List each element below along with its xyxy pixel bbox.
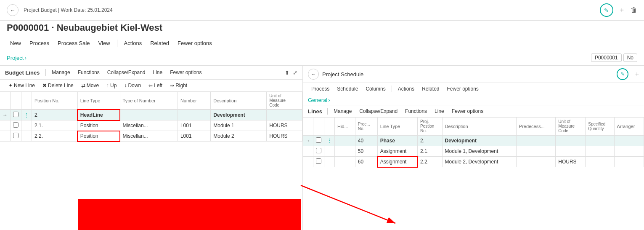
panel-icons: ⬆ ⤢: [285, 70, 297, 76]
left-panel: Budget Lines Manage Functions Collapse/E…: [0, 66, 303, 230]
proc-no: 50: [355, 146, 377, 157]
right-process-btn[interactable]: Process: [308, 85, 333, 93]
spec-qty: [586, 135, 614, 146]
schedule-edit-icon[interactable]: ✎: [617, 68, 628, 80]
export-icon[interactable]: ⬆: [285, 70, 289, 76]
down-button[interactable]: ↓ Down: [121, 81, 144, 90]
project-link[interactable]: Project ›: [7, 55, 27, 61]
rt-functions-btn[interactable]: Functions: [402, 107, 430, 115]
nav-fewer-options[interactable]: Fewer options: [174, 38, 215, 48]
move-button[interactable]: ⇄ Move: [78, 81, 102, 90]
table-row[interactable]: 60 Assignment 2.2. Module 2, Development…: [303, 157, 644, 167]
new-line-button[interactable]: ✦ New Line: [5, 81, 38, 90]
proj-pos-no: 2.2.: [418, 157, 442, 167]
project-chevron: ›: [24, 55, 26, 61]
row-checkbox[interactable]: [313, 146, 324, 157]
fewer-options-btn[interactable]: Fewer options: [167, 68, 205, 77]
rt-line-btn[interactable]: Line: [431, 107, 448, 115]
left-button[interactable]: ⇐ Left: [145, 81, 166, 90]
col-line-type-header: Line Type: [377, 118, 417, 135]
line-btn[interactable]: Line: [149, 68, 166, 77]
right-schedule-btn[interactable]: Schedule: [334, 85, 361, 93]
table-row[interactable]: → ⋮ 40 Phase 2. Development: [303, 135, 644, 146]
table-row[interactable]: 50 Assignment 2.1. Module 1, Development: [303, 146, 644, 157]
arranger: [614, 146, 644, 157]
right-icon: ⇒: [170, 83, 174, 88]
table-row[interactable]: 2.1. Position Miscellan... L001 Module 1…: [0, 120, 302, 131]
right-columns-btn[interactable]: Columns: [362, 85, 389, 93]
proc-no: 60: [355, 157, 377, 167]
nav-process[interactable]: Process: [26, 38, 53, 48]
col-proc-no-header: Proc...No.: [355, 118, 377, 135]
row-checkbox[interactable]: [11, 110, 21, 120]
delete-icon[interactable]: 🗑: [631, 6, 637, 14]
move-icon: ⇄: [81, 83, 85, 88]
col-type-number-header: Type of Number: [120, 92, 178, 110]
add-icon[interactable]: +: [620, 6, 624, 14]
right-related-btn[interactable]: Related: [419, 85, 443, 93]
up-button[interactable]: ↑ Up: [103, 81, 120, 90]
schedule-back-button[interactable]: ←: [308, 69, 319, 80]
number: [178, 110, 210, 120]
delete-line-button[interactable]: ✖ Delete Line: [39, 81, 77, 90]
spec-qty: [586, 157, 614, 167]
down-icon: ↓: [124, 83, 127, 88]
line-type: Assignment: [377, 157, 417, 167]
col-arrow-header: [0, 92, 11, 110]
row-checkbox[interactable]: [313, 157, 324, 167]
proc-no: 40: [355, 135, 377, 146]
row-arrow: →: [303, 135, 313, 146]
header: ← Project Budget | Work Date: 25.01.2024…: [0, 0, 644, 21]
uom: HOURS: [556, 157, 586, 167]
right-button[interactable]: ⇒ Right: [167, 81, 191, 90]
right-actions-btn[interactable]: Actions: [395, 85, 418, 93]
description: Module 2: [211, 131, 267, 142]
budget-lines-toolbar: Budget Lines Manage Functions Collapse/E…: [0, 66, 302, 80]
nav-new[interactable]: New: [7, 38, 24, 48]
position-no: 2.1.: [32, 120, 78, 131]
uom: HOURS: [267, 120, 302, 131]
rt-collapse-btn[interactable]: Collapse/Expand: [356, 107, 401, 115]
type-of-number: Miscellan...: [120, 131, 178, 142]
uom: [556, 135, 586, 146]
collapse-expand-btn[interactable]: Collapse/Expand: [104, 68, 149, 77]
nav-actions[interactable]: Actions: [121, 38, 146, 48]
schedule-add-icon[interactable]: +: [635, 70, 639, 78]
right-fewer-btn[interactable]: Fewer options: [444, 85, 482, 93]
col-spec-qty-header: SpecifiedQuantity: [586, 118, 614, 135]
nav-process-sale[interactable]: Process Sale: [54, 38, 93, 48]
nav-related[interactable]: Related: [147, 38, 172, 48]
uom: HOURS: [267, 131, 302, 142]
description: Module 1: [211, 120, 267, 131]
predecess: [516, 157, 555, 167]
toolbar-divider: [45, 69, 46, 76]
nav-view[interactable]: View: [95, 38, 114, 48]
row-drag[interactable]: ⋮: [324, 135, 335, 146]
right-label: Right: [175, 83, 187, 88]
delete-icon: ✖: [42, 83, 47, 88]
line-type: Assignment: [377, 146, 417, 157]
number: L001: [178, 131, 210, 142]
table-row[interactable]: 2.2. Position Miscellan... L001 Module 2…: [0, 131, 302, 142]
predecess: [516, 135, 555, 146]
expand-icon[interactable]: ⤢: [293, 70, 297, 76]
nav-divider: [117, 40, 117, 47]
line-type: Position: [77, 120, 120, 131]
budget-lines-table: Position No. Line Type Type of Number Nu…: [0, 92, 302, 142]
row-checkbox[interactable]: [11, 131, 21, 142]
row-drag[interactable]: ⋮: [21, 110, 32, 120]
predecess: [516, 146, 555, 157]
down-label: Down: [128, 83, 141, 88]
row-checkbox[interactable]: [11, 120, 21, 131]
col-hid-header: Hid...: [335, 118, 355, 135]
table-row[interactable]: → ⋮ 2. HeadLine Development: [0, 110, 302, 120]
functions-btn[interactable]: Functions: [74, 68, 103, 77]
col-description-header: Description: [442, 118, 516, 135]
edit-icon[interactable]: ✎: [600, 3, 613, 17]
back-button[interactable]: ←: [7, 4, 19, 16]
row-checkbox[interactable]: [313, 135, 324, 146]
rt-manage-btn[interactable]: Manage: [330, 107, 355, 115]
general-link[interactable]: General ›: [308, 97, 639, 103]
rt-fewer-btn[interactable]: Fewer options: [448, 107, 487, 115]
manage-btn[interactable]: Manage: [48, 68, 73, 77]
